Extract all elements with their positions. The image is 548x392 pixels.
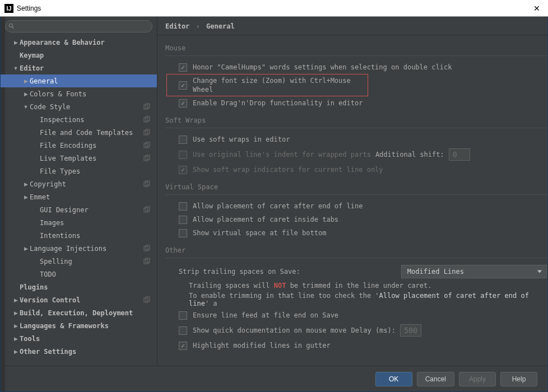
sidebar-item-label: Language Injections <box>30 245 106 253</box>
sidebar-item-label: Colors & Fonts <box>30 90 86 98</box>
checkbox[interactable] <box>179 326 187 335</box>
sidebar-item-images[interactable]: Images <box>1 216 157 229</box>
sidebar-item-live-templates[interactable]: Live Templates <box>1 152 157 165</box>
apply-button[interactable]: Apply <box>459 372 496 386</box>
sidebar-item-gui-designer[interactable]: GUI Designer <box>1 203 157 216</box>
help-button[interactable]: Help <box>500 372 537 386</box>
close-button[interactable]: ✕ <box>530 4 544 13</box>
checkbox[interactable] <box>179 99 187 108</box>
sidebar-item-tools[interactable]: ▶Tools <box>1 332 157 345</box>
setting-label: Show soft wrap indicators for current li… <box>193 165 383 174</box>
setting-row: Show quick documentation on mouse moveDe… <box>166 322 547 339</box>
cancel-button[interactable]: Cancel <box>417 372 454 386</box>
tree-arrow[interactable]: ▶ <box>22 246 30 251</box>
sidebar-item-languages-frameworks[interactable]: ▶Languages & Frameworks <box>1 319 157 332</box>
tree-arrow[interactable]: ▶ <box>22 181 30 187</box>
titlebar: IJ Settings ✕ <box>0 0 548 17</box>
sidebar-item-editor[interactable]: ▼Editor <box>1 62 157 74</box>
sidebar-item-colors-fonts[interactable]: ▶Colors & Fonts <box>1 87 157 100</box>
settings-scroll[interactable]: MouseHonor "CamelHumps" words settings w… <box>157 35 547 366</box>
breadcrumb: Editor › General <box>157 17 547 35</box>
scheme-icon <box>143 180 150 187</box>
sidebar-item-build-execution-deployment[interactable]: ▶Build, Execution, Deployment <box>1 306 157 319</box>
sidebar-item-other-settings[interactable]: ▶Other Settings <box>1 345 157 358</box>
sidebar-item-general[interactable]: ▶General <box>1 74 157 87</box>
scheme-icon <box>143 116 150 123</box>
tree-arrow[interactable]: ▶ <box>22 91 30 97</box>
sidebar-item-plugins[interactable]: Plugins <box>1 281 157 293</box>
sidebar-item-label: Emmet <box>30 193 50 201</box>
setting-row: Enable Drag'n'Drop functionality in edit… <box>166 96 547 110</box>
scheme-icon <box>143 245 150 251</box>
sidebar-item-file-types[interactable]: File Types <box>1 165 157 178</box>
number-input <box>449 148 470 161</box>
sidebar-item-file-encodings[interactable]: File Encodings <box>1 139 157 152</box>
sidebar-item-spelling[interactable]: Spelling <box>1 255 157 268</box>
tree-arrow[interactable]: ▶ <box>12 40 20 45</box>
scheme-icon <box>143 296 150 303</box>
checkbox[interactable] <box>179 81 187 90</box>
scheme-icon <box>143 129 150 136</box>
checkbox[interactable] <box>179 136 187 144</box>
sidebar-item-inspections[interactable]: Inspections <box>1 113 157 126</box>
tree-arrow[interactable]: ▼ <box>12 66 20 71</box>
sidebar-item-label: Live Templates <box>40 155 96 162</box>
setting-label: Highlight modified lines in gutter <box>193 341 331 350</box>
tree-arrow[interactable]: ▶ <box>12 323 20 329</box>
sidebar-item-label: Code Style <box>30 103 70 111</box>
checkbox[interactable] <box>179 63 187 72</box>
note-text: To enable trimming in that line too chec… <box>166 291 547 309</box>
scheme-icon <box>143 142 150 148</box>
checkbox[interactable] <box>179 311 187 320</box>
setting-row: Use original line's indent for wrapped p… <box>166 146 547 163</box>
strip-label: Strip trailing spaces on Save: <box>179 268 300 276</box>
setting-label: Ensure line feed at file end on Save <box>193 311 338 320</box>
sidebar-item-code-style[interactable]: ▼Code Style <box>1 100 157 113</box>
checkbox[interactable] <box>179 216 187 224</box>
setting-label: Enable Drag'n'Drop functionality in edit… <box>193 99 363 108</box>
tree-arrow[interactable]: ▶ <box>22 78 30 84</box>
setting-row: Show soft wrap indicators for current li… <box>166 163 547 176</box>
sidebar-item-label: TODO <box>40 270 56 278</box>
app-icon: IJ <box>4 4 13 13</box>
extra-label: Additional shift: <box>375 151 444 158</box>
tree-arrow[interactable]: ▼ <box>22 104 30 110</box>
setting-label: Use original line's indent for wrapped p… <box>193 150 371 159</box>
sidebar-item-label: Copyright <box>30 180 66 188</box>
sidebar-item-keymap[interactable]: Keymap <box>1 49 157 62</box>
sidebar-item-label: Intentions <box>40 232 80 240</box>
tree-arrow[interactable]: ▶ <box>22 194 30 200</box>
sidebar-item-language-injections[interactable]: ▶Language Injections <box>1 242 157 255</box>
checkbox[interactable] <box>179 229 187 237</box>
sidebar-item-emmet[interactable]: ▶Emmet <box>1 190 157 203</box>
note-text: Trailing spaces will NOT be trimmed in t… <box>166 281 547 291</box>
sidebar-item-todo[interactable]: TODO <box>1 268 157 281</box>
checkbox <box>179 166 187 174</box>
setting-label: Show quick documentation on mouse move <box>193 326 347 335</box>
tree-arrow[interactable]: ▶ <box>12 297 20 303</box>
tree-arrow[interactable]: ▶ <box>12 349 20 354</box>
search-input[interactable] <box>5 20 152 32</box>
scheme-icon <box>143 206 150 213</box>
tree-arrow[interactable]: ▶ <box>12 310 20 316</box>
sidebar-item-version-control[interactable]: ▶Version Control <box>1 293 157 306</box>
section-title: Mouse <box>165 44 547 52</box>
setting-row: Allow placement of caret inside tabs <box>166 213 547 226</box>
sidebar-item-label: Inspections <box>40 116 84 124</box>
sidebar-item-intentions[interactable]: Intentions <box>1 229 157 242</box>
extra-label: Delay (ms): <box>351 326 396 334</box>
setting-label: Honor "CamelHumps" words settings when s… <box>193 63 452 72</box>
sidebar-item-label: File and Code Templates <box>40 129 133 137</box>
sidebar-item-appearance-behavior[interactable]: ▶Appearance & Behavior <box>1 36 157 49</box>
setting-row: Allow placement of caret after end of li… <box>166 199 547 213</box>
ok-button[interactable]: OK <box>375 372 412 386</box>
breadcrumb-sep: › <box>196 22 200 30</box>
strip-dropdown[interactable]: Modified Lines <box>401 265 547 278</box>
checkbox[interactable] <box>179 202 187 211</box>
sidebar-item-copyright[interactable]: ▶Copyright <box>1 178 157 190</box>
sidebar-item-file-and-code-templates[interactable]: File and Code Templates <box>1 126 157 139</box>
tree-arrow[interactable]: ▶ <box>12 336 20 342</box>
scheme-icon <box>143 155 150 161</box>
checkbox[interactable] <box>179 342 187 350</box>
svg-point-0 <box>10 24 13 27</box>
